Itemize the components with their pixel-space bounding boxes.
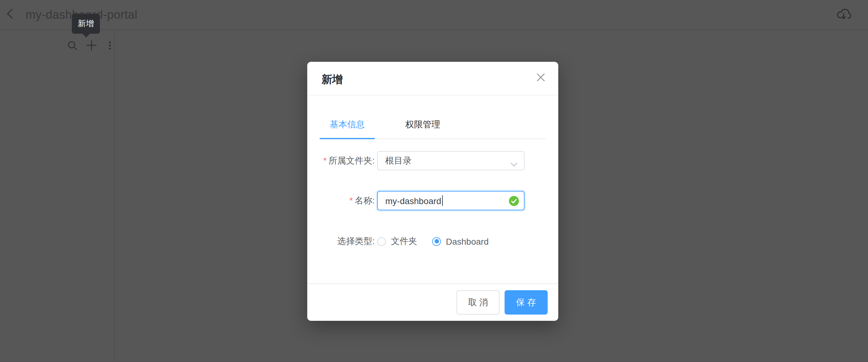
radio-dashboard[interactable]: Dashboard [432, 236, 489, 246]
form-row-name: *名称: my-dashboard [307, 191, 558, 210]
required-mark: * [349, 195, 353, 205]
radio-dashboard-label: Dashboard [446, 236, 489, 246]
tab-basic-info[interactable]: 基本信息 [320, 118, 375, 139]
radio-folder[interactable]: 文件夹 [377, 236, 417, 247]
app-root: my-dashboard-portal [0, 0, 868, 362]
required-mark: * [323, 155, 327, 165]
radio-checked-icon [432, 237, 441, 245]
folder-label: *所属文件夹: [307, 155, 375, 166]
dialog-title: 新增 [321, 72, 343, 87]
save-button[interactable]: 保 存 [504, 290, 548, 315]
name-input[interactable]: my-dashboard [377, 191, 525, 210]
type-label: 选择类型: [307, 236, 375, 247]
name-label: *名称: [307, 195, 375, 206]
form-row-type: 选择类型: 文件夹 Dashboard [307, 232, 558, 251]
dialog-tabs: 基本信息 权限管理 [320, 118, 546, 139]
close-icon [536, 73, 545, 84]
name-input-value: my-dashboard [385, 196, 441, 206]
radio-unchecked-icon [377, 237, 386, 245]
text-caret [442, 195, 443, 206]
dialog-footer: 取 消 保 存 [307, 283, 558, 321]
dialog-header: 新增 [307, 62, 558, 96]
folder-select[interactable]: 根目录 [377, 151, 525, 170]
form-row-folder: *所属文件夹: 根目录 [307, 151, 558, 170]
radio-folder-label: 文件夹 [391, 236, 417, 247]
tab-permissions[interactable]: 权限管理 [395, 118, 450, 138]
cancel-button[interactable]: 取 消 [457, 290, 500, 315]
chevron-down-icon [510, 159, 518, 170]
tooltip-text: 新增 [78, 18, 94, 29]
create-dialog: 新增 基本信息 权限管理 *所属文件夹: 根目录 *名称: [307, 62, 558, 321]
valid-check-icon [509, 196, 519, 206]
add-tooltip: 新增 [72, 14, 100, 34]
type-radio-group: 文件夹 Dashboard [377, 236, 489, 247]
close-button[interactable] [536, 74, 546, 84]
folder-select-value: 根目录 [385, 155, 411, 166]
